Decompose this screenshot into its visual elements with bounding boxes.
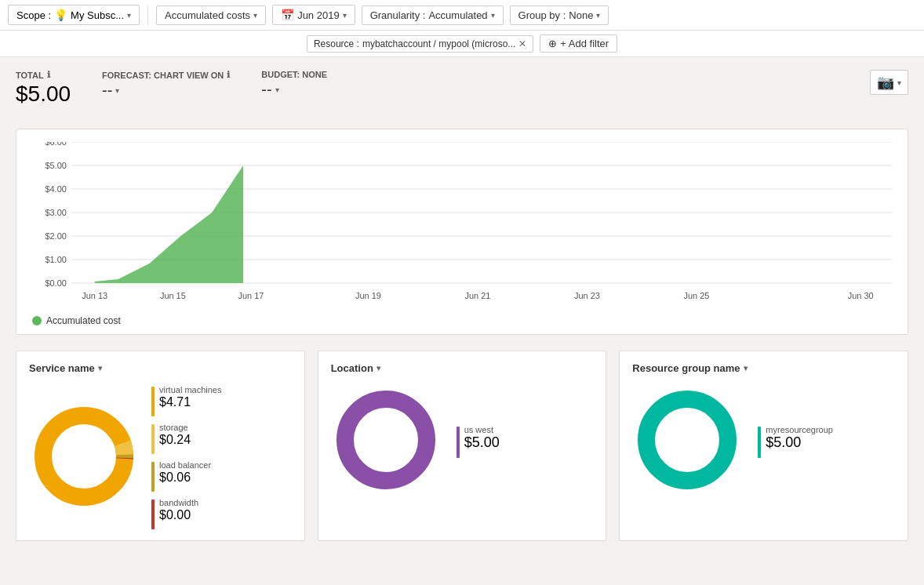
svg-text:$4.00: $4.00 xyxy=(45,184,66,194)
total-info-icon[interactable]: ℹ xyxy=(47,70,50,80)
resource-filter-label: Resource : xyxy=(314,38,359,49)
forecast-info-icon[interactable]: ℹ xyxy=(227,70,230,80)
uswest-value: $5.00 xyxy=(464,434,500,451)
svg-text:$3.00: $3.00 xyxy=(45,208,66,217)
svg-text:Jun 13: Jun 13 xyxy=(82,291,107,300)
location-legend-item-uswest: us west $5.00 xyxy=(457,425,500,458)
svg-text:Jun 30: Jun 30 xyxy=(848,291,874,300)
location-card-body: us west $5.00 xyxy=(331,385,594,497)
filter-toolbar: Resource : mybatchaccount / mypool (micr… xyxy=(0,31,924,57)
location-donut-svg xyxy=(331,385,441,495)
groupby-chevron-icon: ▾ xyxy=(596,11,600,20)
location-title: Location xyxy=(331,362,373,374)
service-name-legend: virtual machines $4.71 storage $0.24 xyxy=(151,385,221,529)
svg-text:Jun 15: Jun 15 xyxy=(160,291,186,300)
add-filter-button[interactable]: ⊕ + Add filter xyxy=(540,35,617,53)
total-block: TOTAL ℹ $5.00 xyxy=(16,70,71,107)
budget-value: -- ▾ xyxy=(261,81,327,99)
svg-text:$1.00: $1.00 xyxy=(45,255,66,264)
main-toolbar: Scope : 💡 My Subsc... ▾ Accumulated cost… xyxy=(0,0,924,31)
legend-color-lb xyxy=(151,462,155,492)
calendar-icon: 📅 xyxy=(281,9,294,21)
export-button[interactable]: 📷 ▾ xyxy=(870,70,908,95)
resource-group-legend: myresourcegroup $5.00 xyxy=(758,425,833,458)
svg-text:$6.00: $6.00 xyxy=(45,142,66,147)
main-content: TOTAL ℹ $5.00 FORECAST: CHART VIEW ON ℹ … xyxy=(0,57,924,554)
legend-item-vm: virtual machines $4.71 xyxy=(151,385,221,416)
accumulated-costs-chevron-icon: ▾ xyxy=(253,11,257,20)
resource-group-chevron-icon: ▾ xyxy=(744,364,748,372)
legend-item-bw: bandwidth $0.00 xyxy=(151,498,221,529)
resource-group-card-header[interactable]: Resource group name ▾ xyxy=(632,362,895,374)
date-picker-button[interactable]: 📅 Jun 2019 ▾ xyxy=(272,5,355,25)
uswest-label: us west xyxy=(464,425,500,434)
cards-row: Service name ▾ xyxy=(16,351,908,541)
accumulated-costs-button[interactable]: Accumulated costs ▾ xyxy=(156,5,266,25)
location-donut xyxy=(331,385,441,497)
service-name-card-body: virtual machines $4.71 storage $0.24 xyxy=(29,385,292,529)
legend-item-lb: load balancer $0.06 xyxy=(151,460,221,492)
legend-color-storage xyxy=(151,424,155,454)
lb-value: $0.06 xyxy=(159,471,211,485)
granularity-chevron-icon: ▾ xyxy=(491,11,495,20)
scope-chevron-icon: ▾ xyxy=(127,11,131,20)
vm-value: $4.71 xyxy=(159,395,221,409)
add-filter-plus-icon: ⊕ xyxy=(548,38,557,49)
svg-point-28 xyxy=(355,409,417,471)
export-chevron-icon: ▾ xyxy=(897,78,901,87)
totals-section: TOTAL ℹ $5.00 FORECAST: CHART VIEW ON ℹ … xyxy=(16,70,870,107)
legend-dot-accumulated xyxy=(32,316,42,325)
add-filter-label: + Add filter xyxy=(560,38,609,49)
resource-filter-close-icon[interactable]: ✕ xyxy=(518,38,526,49)
chart-legend: Accumulated cost xyxy=(32,315,892,326)
chart-svg-wrap: $6.00 $5.00 $4.00 $3.00 $2.00 $1.00 $0.0… xyxy=(32,142,892,309)
resource-group-title: Resource group name xyxy=(632,362,740,374)
resource-group-card: Resource group name ▾ myresourcegroup xyxy=(619,351,908,541)
service-donut-svg xyxy=(29,402,139,511)
service-name-card-header[interactable]: Service name ▾ xyxy=(29,362,292,374)
scope-icon: 💡 xyxy=(54,9,67,21)
legend-color-bw xyxy=(151,500,155,529)
storage-label: storage xyxy=(159,423,191,432)
svg-text:Jun 23: Jun 23 xyxy=(574,291,600,300)
svg-point-26 xyxy=(53,425,115,488)
date-label: Jun 2019 xyxy=(297,9,340,21)
vm-label: virtual machines xyxy=(159,385,221,394)
resource-group-value: $5.00 xyxy=(766,434,833,451)
lb-label: load balancer xyxy=(159,460,211,470)
date-chevron-icon: ▾ xyxy=(343,11,347,20)
resource-filter-tag: Resource : mybatchaccount / mypool (micr… xyxy=(307,35,533,53)
location-card: Location ▾ us west $5.00 xyxy=(318,351,607,541)
svg-text:Jun 25: Jun 25 xyxy=(683,291,709,300)
legend-color-vm xyxy=(151,387,155,416)
svg-text:$0.00: $0.00 xyxy=(45,278,66,288)
location-card-header[interactable]: Location ▾ xyxy=(331,362,594,374)
service-name-card: Service name ▾ xyxy=(16,351,305,541)
svg-point-30 xyxy=(656,409,718,471)
svg-text:$2.00: $2.00 xyxy=(45,231,66,241)
resource-group-card-body: myresourcegroup $5.00 xyxy=(632,385,895,497)
svg-text:Jun 19: Jun 19 xyxy=(355,291,381,300)
accumulated-costs-label: Accumulated costs xyxy=(165,9,250,21)
resource-group-label: myresourcegroup xyxy=(766,425,833,434)
bw-value: $0.00 xyxy=(159,508,198,522)
resource-group-color xyxy=(758,427,761,458)
storage-value: $0.24 xyxy=(159,433,191,447)
chart-legend-label: Accumulated cost xyxy=(46,315,121,326)
scope-button[interactable]: Scope : 💡 My Subsc... ▾ xyxy=(8,5,140,25)
legend-item-storage: storage $0.24 xyxy=(151,423,221,454)
budget-label: BUDGET: NONE xyxy=(261,70,327,79)
forecast-value: -- ▾ xyxy=(102,82,230,100)
resource-group-donut xyxy=(632,385,742,497)
groupby-button[interactable]: Group by : None ▾ xyxy=(510,5,609,25)
total-label: TOTAL ℹ xyxy=(16,70,71,80)
location-legend: us west $5.00 xyxy=(457,425,500,458)
location-chevron-icon: ▾ xyxy=(377,364,380,372)
total-value: $5.00 xyxy=(16,82,71,107)
granularity-button[interactable]: Granularity : Accumulated ▾ xyxy=(362,5,504,25)
service-name-chevron-icon: ▾ xyxy=(98,364,102,372)
forecast-label: FORECAST: CHART VIEW ON ℹ xyxy=(102,70,230,80)
scope-value: My Subsc... xyxy=(71,9,124,21)
granularity-value: Accumulated xyxy=(428,9,487,21)
forecast-block: FORECAST: CHART VIEW ON ℹ -- ▾ xyxy=(102,70,230,100)
